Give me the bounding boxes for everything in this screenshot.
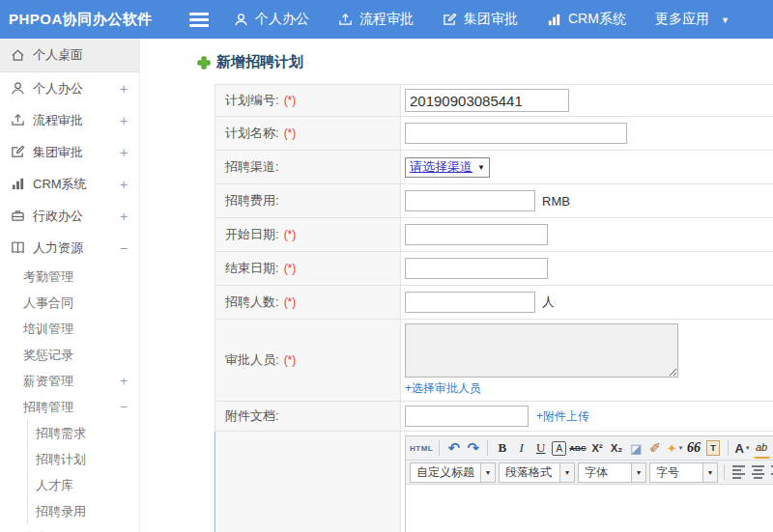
field-label-text: 附件文档: — [225, 407, 279, 425]
plan-number-input[interactable] — [405, 89, 569, 112]
font-size-dropdown[interactable]: 字号 ▾ — [649, 462, 718, 483]
approver-textarea[interactable] — [405, 323, 678, 378]
font-color-button[interactable]: A▾ — [734, 438, 751, 459]
format-brush-icon[interactable]: ✐ — [647, 438, 664, 459]
expand-toggle[interactable]: + — [118, 113, 129, 128]
caret-down-icon: ▾ — [480, 463, 495, 482]
field-label: 附件文档: — [215, 402, 401, 431]
eraser-icon[interactable]: ◪ — [628, 438, 644, 459]
end-date-input[interactable] — [405, 258, 548, 279]
sidebar-item-training-mgmt[interactable]: 培训管理 — [0, 316, 139, 342]
align-left-button[interactable] — [730, 462, 747, 483]
highlight-button[interactable]: ab — [754, 438, 770, 459]
dropdown-value: 字体 — [579, 464, 631, 481]
toolbar-separator — [439, 440, 440, 456]
sidebar-item-recruit-demand[interactable]: 招聘需求 — [28, 420, 139, 446]
sidebar-item-recruit-mgmt[interactable]: 招聘管理 − — [0, 394, 139, 420]
collapse-toggle[interactable]: − — [118, 240, 129, 256]
caret-down-icon[interactable]: ▼ — [721, 14, 730, 25]
expand-toggle[interactable]: + — [118, 145, 129, 160]
headcount-input[interactable] — [405, 292, 535, 313]
sidebar-item-human-resources[interactable]: 人力资源 − — [0, 232, 139, 264]
sidebar-item-recruit-plan[interactable]: 招聘计划 — [28, 446, 139, 472]
field-value-cell: 人 — [401, 286, 773, 319]
select-approver-link[interactable]: +选择审批人员 — [405, 380, 481, 397]
expand-toggle[interactable]: + — [118, 81, 129, 97]
topnav-workflow-approval[interactable]: 流程审批 — [338, 11, 414, 28]
required-marker: (*) — [284, 228, 297, 241]
italic-button[interactable]: I — [513, 438, 530, 459]
caret-down-icon: ▾ — [679, 444, 683, 452]
undo-button[interactable]: ↶ — [445, 438, 462, 459]
html-source-button[interactable]: HTML — [410, 438, 433, 459]
topnav-crm-system[interactable]: CRM系统 — [547, 11, 626, 28]
form-row-headcount: 招聘人数: (*) 人 — [215, 286, 773, 320]
redo-button[interactable]: ↷ — [465, 438, 481, 459]
sidebar-item-label: CRM系统 — [33, 176, 87, 193]
sidebar-item-label: 流程审批 — [33, 112, 83, 129]
editor-content-area[interactable] — [406, 485, 773, 532]
blockquote-button[interactable]: 66 — [686, 438, 702, 459]
magic-wand-icon[interactable]: ✦▾ — [667, 438, 683, 459]
hamburger-icon[interactable] — [189, 13, 209, 27]
form-row-plan-number: 计划编号: (*) — [215, 85, 773, 117]
paste-as-text-button[interactable]: T — [705, 438, 722, 459]
plan-name-input[interactable] — [405, 123, 627, 144]
sidebar-item-reward-punishment[interactable]: 奖惩记录 — [0, 342, 139, 368]
sidebar-item-attendance-mgmt[interactable]: 考勤管理 — [0, 264, 139, 290]
channel-select[interactable]: 请选择渠道 ▼ — [405, 157, 490, 178]
align-center-icon — [752, 463, 764, 481]
strikethrough-button[interactable]: ABC — [569, 438, 586, 459]
sidebar-item-personal-desktop[interactable]: 个人桌面 — [0, 39, 139, 72]
start-date-input[interactable] — [405, 224, 548, 245]
field-label: 招聘人数: (*) — [215, 286, 401, 319]
paragraph-format-dropdown[interactable]: 段落格式 ▾ — [499, 462, 575, 483]
sidebar-item-talent-pool[interactable]: 人才库 — [28, 472, 139, 498]
subscript-button[interactable]: X₂ — [609, 438, 625, 459]
topnav-more-apps[interactable]: 更多应用 — [655, 11, 709, 28]
align-center-button[interactable] — [750, 462, 766, 483]
expand-toggle[interactable]: + — [118, 209, 129, 224]
bold-button[interactable]: B — [494, 438, 510, 459]
custom-title-dropdown[interactable]: 自定义标题 ▾ — [410, 462, 496, 483]
attachment-input[interactable] — [405, 406, 529, 427]
sidebar-item-label: 招聘计划 — [36, 451, 86, 468]
topnav-group-approval[interactable]: 集团审批 — [443, 11, 518, 28]
font-family-dropdown[interactable]: 字体 ▾ — [578, 462, 646, 483]
sidebar-item-hr-contracts[interactable]: 人事合同 — [0, 290, 139, 316]
home-icon — [11, 48, 25, 63]
align-right-button[interactable] — [769, 462, 773, 483]
sidebar-item-personal-office[interactable]: 个人办公 + — [0, 72, 139, 104]
sidebar-item-crm-system[interactable]: CRM系统 + — [0, 168, 139, 200]
topnav-personal-office[interactable]: 个人办公 — [234, 11, 309, 28]
toolbar-separator — [487, 440, 488, 456]
sidebar-item-label: 人才库 — [36, 477, 73, 494]
field-label: 计划名称: (*) — [215, 117, 401, 150]
expand-toggle[interactable]: + — [118, 177, 129, 192]
sidebar-item-label: 人力资源 — [33, 239, 83, 257]
top-nav: 个人办公 流程审批 集团审批 CRM系统 更多应用 ▼ — [234, 11, 730, 28]
sidebar-item-personnel-mgmt[interactable]: 人事管理 + — [0, 524, 139, 532]
collapse-toggle[interactable]: − — [118, 400, 129, 414]
sidebar-item-recruit-hiring[interactable]: 招聘录用 — [28, 498, 139, 524]
sidebar-item-salary-mgmt[interactable]: 薪资管理 + — [0, 368, 139, 394]
sidebar-item-admin-office[interactable]: 行政办公 + — [0, 200, 139, 232]
caret-down-icon: ▼ — [477, 163, 485, 172]
dropdown-value: 段落格式 — [500, 464, 559, 481]
underline-button[interactable]: U — [532, 438, 549, 459]
topnav-label: 个人办公 — [255, 11, 309, 28]
attachment-upload-link[interactable]: +附件上传 — [536, 408, 589, 425]
field-label: 招聘费用: — [215, 184, 401, 217]
sidebar-item-group-approval[interactable]: 集团审批 + — [0, 136, 139, 168]
field-label-text: 审批人员: — [225, 351, 279, 369]
superscript-button[interactable]: X² — [589, 438, 606, 459]
toolbar-separator — [724, 464, 725, 480]
edit-icon — [443, 13, 457, 27]
expand-toggle[interactable]: + — [118, 374, 129, 388]
field-value-cell: +选择审批人员 — [401, 320, 773, 401]
fee-input[interactable] — [405, 190, 535, 211]
font-style-button[interactable]: A — [552, 441, 566, 456]
sidebar-item-workflow-approval[interactable]: 流程审批 + — [0, 104, 139, 136]
book-icon — [11, 240, 25, 255]
sidebar-item-label: 集团审批 — [33, 144, 83, 161]
